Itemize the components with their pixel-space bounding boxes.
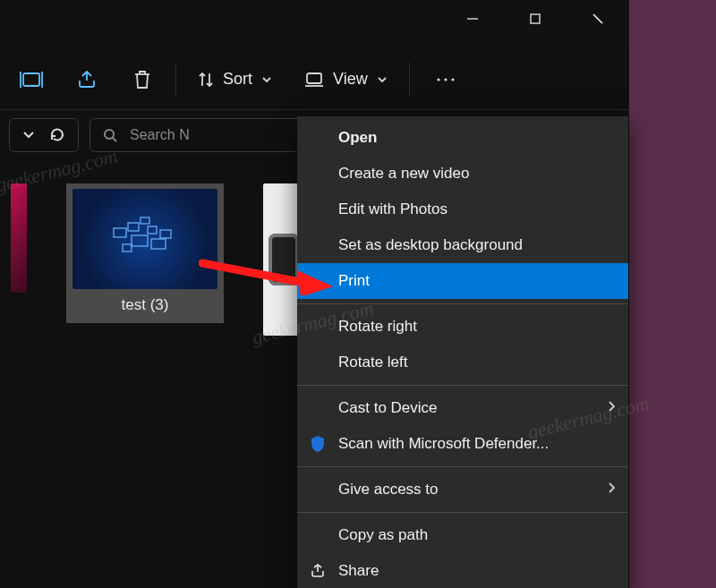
nav-history-pill[interactable]	[9, 118, 79, 152]
menu-rotate-right[interactable]: Rotate right	[297, 309, 628, 345]
svg-line-3	[593, 14, 602, 23]
minimize-button[interactable]	[441, 0, 504, 38]
toolbar-separator	[175, 63, 176, 97]
more-button[interactable]	[417, 58, 474, 101]
thumbnail-image	[72, 189, 217, 289]
thumbnail-selected[interactable]: test (3)	[66, 183, 224, 323]
menu-separator	[297, 303, 628, 304]
view-label: View	[333, 70, 368, 89]
svg-point-10	[444, 78, 447, 81]
chevron-down-icon	[22, 130, 35, 141]
menu-defender[interactable]: Scan with Microsoft Defender...	[297, 426, 628, 462]
svg-rect-17	[148, 226, 157, 234]
menu-edit-photos[interactable]: Edit with Photos	[297, 192, 628, 227]
svg-rect-14	[114, 228, 126, 237]
svg-rect-4	[23, 73, 39, 86]
menu-separator	[297, 512, 628, 513]
rename-icon[interactable]	[5, 58, 57, 101]
maximize-button[interactable]	[504, 0, 567, 38]
shield-icon	[308, 434, 328, 454]
svg-rect-16	[132, 235, 148, 246]
delete-icon[interactable]	[116, 58, 168, 101]
menu-cast[interactable]: Cast to Device	[297, 390, 628, 426]
svg-rect-15	[128, 223, 139, 231]
svg-rect-7	[307, 73, 321, 83]
svg-rect-20	[160, 230, 171, 238]
sort-dropdown[interactable]: Sort	[183, 58, 286, 101]
svg-rect-1	[531, 14, 540, 23]
context-menu: Open Create a new video Edit with Photos…	[297, 116, 628, 588]
svg-line-13	[113, 138, 116, 141]
svg-rect-18	[151, 239, 166, 249]
sort-label: Sort	[223, 70, 252, 89]
search-placeholder: Search N	[130, 127, 190, 143]
search-icon	[103, 128, 117, 142]
ellipsis-icon	[435, 76, 456, 83]
menu-separator	[297, 466, 628, 467]
svg-rect-19	[123, 244, 132, 251]
chevron-down-icon	[261, 75, 272, 84]
svg-point-11	[451, 78, 454, 81]
watch-icon	[268, 234, 299, 285]
menu-share[interactable]: Share	[297, 553, 628, 588]
menu-give-access[interactable]: Give access to	[297, 472, 628, 507]
svg-point-12	[105, 130, 114, 139]
svg-point-9	[437, 78, 439, 81]
chevron-right-icon	[608, 481, 616, 499]
svg-rect-21	[141, 217, 149, 224]
menu-open[interactable]: Open	[297, 120, 628, 156]
share-icon[interactable]	[61, 58, 113, 101]
menu-separator	[297, 385, 628, 386]
view-dropdown[interactable]: View	[290, 58, 402, 101]
thumbnail-label: test (3)	[122, 296, 169, 314]
menu-set-desktop[interactable]: Set as desktop background	[297, 227, 628, 263]
menu-rotate-left[interactable]: Rotate left	[297, 345, 628, 380]
share-icon	[308, 561, 328, 581]
toolbar: Sort View	[0, 49, 629, 110]
menu-print[interactable]: Print	[297, 263, 628, 299]
close-button[interactable]	[567, 0, 629, 38]
menu-copy-path[interactable]: Copy as path	[297, 517, 628, 553]
menu-create-video[interactable]: Create a new video	[297, 156, 628, 192]
toolbar-separator	[409, 63, 410, 97]
chevron-right-icon	[608, 399, 616, 417]
thumbnail-partial-left[interactable]	[11, 183, 27, 293]
window-titlebar	[0, 0, 629, 49]
chevron-down-icon	[377, 75, 388, 84]
refresh-icon[interactable]	[49, 127, 65, 143]
